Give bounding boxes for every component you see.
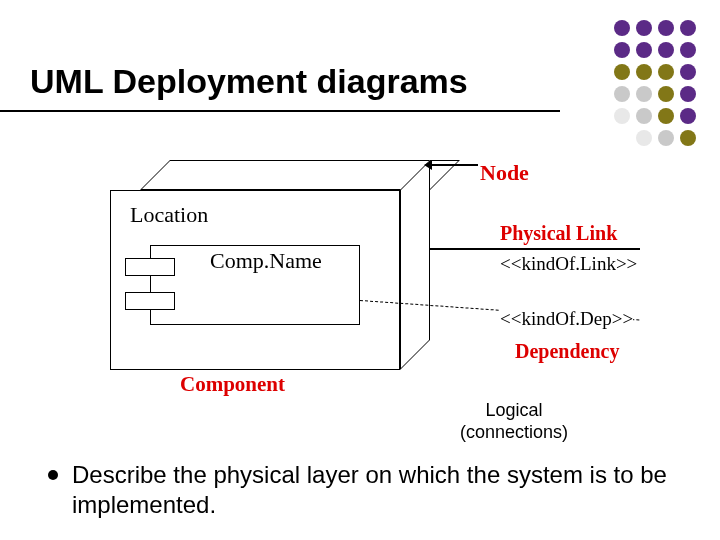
location-label: Location	[130, 202, 208, 228]
physical-link-annotation: Physical Link	[500, 222, 617, 245]
kind-of-dep-label: <<kindOf.Dep>>	[500, 308, 633, 330]
decorative-dot-grid	[614, 20, 698, 148]
decorative-dot	[614, 20, 630, 36]
decorative-dot	[614, 42, 630, 58]
decorative-dot	[636, 42, 652, 58]
component-tab-icon	[125, 258, 175, 276]
kind-of-link-label: <<kindOf.Link>>	[500, 253, 637, 275]
physical-link-line	[430, 248, 640, 250]
decorative-dot	[614, 108, 630, 124]
slide-title: UML Deployment diagrams	[30, 62, 468, 101]
bullet-icon	[48, 470, 58, 480]
decorative-dot	[636, 130, 652, 146]
decorative-dot	[614, 86, 630, 102]
deployment-diagram: Location Comp.Name Node Physical Link <<…	[80, 150, 640, 400]
node-annotation: Node	[480, 160, 529, 186]
decorative-dot	[680, 42, 696, 58]
bullet-item: Describe the physical layer on which the…	[48, 460, 680, 520]
node-pointer-arrow	[430, 164, 478, 166]
decorative-dot	[658, 42, 674, 58]
decorative-dot	[658, 86, 674, 102]
bullet-text: Describe the physical layer on which the…	[72, 460, 680, 520]
title-underline	[0, 110, 560, 112]
decorative-dot	[658, 130, 674, 146]
caption-line1: Logical	[486, 400, 543, 420]
component-name-label: Comp.Name	[210, 248, 322, 274]
decorative-dot	[636, 64, 652, 80]
component-tab-icon	[125, 292, 175, 310]
caption-line2: (connections)	[460, 422, 568, 442]
decorative-dot	[680, 64, 696, 80]
decorative-dot	[636, 108, 652, 124]
decorative-dot	[614, 64, 630, 80]
decorative-dot	[658, 64, 674, 80]
decorative-dot	[680, 108, 696, 124]
decorative-dot	[658, 108, 674, 124]
bullet-text-emphasis: physical layer	[213, 461, 358, 488]
logical-connections-caption: Logical (connections)	[460, 400, 568, 443]
decorative-dot	[614, 130, 630, 146]
node-3d-side	[400, 160, 430, 370]
decorative-dot	[636, 86, 652, 102]
decorative-dot	[680, 20, 696, 36]
component-annotation: Component	[180, 372, 285, 397]
decorative-dot	[680, 86, 696, 102]
decorative-dot	[636, 20, 652, 36]
decorative-dot	[658, 20, 674, 36]
bullet-text-part: Describe the	[72, 461, 213, 488]
decorative-dot	[680, 130, 696, 146]
dependency-annotation: Dependency	[515, 340, 619, 363]
